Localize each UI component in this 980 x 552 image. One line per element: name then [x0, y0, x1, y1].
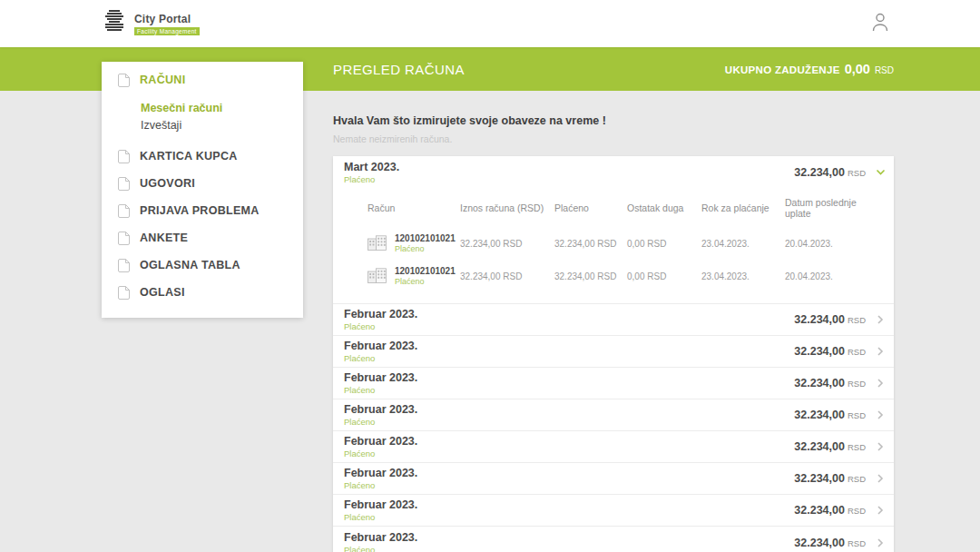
- invoice-status: Plaćeno: [395, 277, 456, 286]
- month-info: Februar 2023. Plaćeno: [344, 467, 417, 490]
- invoice-month-row[interactable]: Februar 2023. Plaćeno 32.234,00 RSD: [333, 368, 894, 399]
- sidebar-subitem-izvestaji[interactable]: Izveštaji: [141, 117, 287, 134]
- total-debt-value: 0,00: [845, 62, 870, 76]
- amount-value: 32.234,00: [794, 537, 845, 549]
- month-info: Februar 2023. Plaćeno: [344, 403, 417, 427]
- month-info: Februar 2023. Plaćeno: [344, 435, 417, 458]
- chevron-right-icon: [877, 474, 885, 483]
- invoice-month-row[interactable]: Februar 2023. Plaćeno 32.234,00 RSD: [333, 463, 894, 495]
- sidebar-item-label: PRIJAVA PROBLEMA: [140, 204, 260, 218]
- col-header-placeno: Plaćeno: [554, 202, 623, 213]
- month-label: Februar 2023.: [344, 531, 417, 544]
- col-header-rok-za-placanje: Rok za plaćanje: [701, 202, 781, 213]
- document-icon: [118, 150, 130, 163]
- month-amount: 32.234,00 RSD: [794, 345, 866, 358]
- col-header-iznos: Iznos računa (RSD): [460, 202, 551, 213]
- invoice-table-body: 120102101021 Plaćeno 32.234,00 RSD 32.23…: [368, 227, 885, 292]
- month-info: Februar 2023. Plaćeno: [344, 498, 417, 522]
- invoice-last-payment: 20.04.2023.: [785, 239, 885, 249]
- user-menu-button[interactable]: [871, 12, 889, 35]
- logo-text: City Portal Facility Management: [134, 13, 200, 35]
- chevron-right-icon: [877, 315, 885, 324]
- col-header-ostatak-duga: Ostatak duga: [627, 202, 698, 213]
- invoice-row[interactable]: 120102101021 Plaćeno 32.234,00 RSD 32.23…: [368, 260, 885, 292]
- amount-currency: RSD: [848, 506, 866, 516]
- amount-value: 32.234,00: [794, 166, 845, 179]
- invoice-number: 120102101021: [395, 233, 456, 243]
- amount-currency: RSD: [848, 315, 866, 325]
- invoice-due-date: 23.04.2023.: [701, 239, 781, 249]
- amount-currency: RSD: [848, 410, 866, 420]
- month-amount: 32.234,00 RSD: [794, 504, 866, 517]
- month-status: Plaćeno: [344, 417, 417, 427]
- sidebar-item-prijava-problema[interactable]: PRIJAVA PROBLEMA: [102, 198, 303, 225]
- month-status: Plaćeno: [344, 480, 417, 490]
- amount-currency: RSD: [848, 474, 866, 484]
- month-label: Februar 2023.: [344, 371, 417, 384]
- sidebar-item-ankete[interactable]: ANKETE: [102, 225, 303, 252]
- total-debt-label: UKUPNO ZADUŽENJE: [725, 64, 840, 75]
- invoice-month-row[interactable]: Februar 2023. Plaćeno 32.234,00 RSD: [333, 431, 894, 463]
- invoice-account-cell: 120102101021 Plaćeno: [368, 233, 456, 253]
- month-status: Plaćeno: [344, 512, 417, 522]
- invoice-last-payment: 20.04.2023.: [785, 271, 885, 281]
- amount-value: 32.234,00: [794, 345, 845, 358]
- chevron-down-icon: [877, 168, 886, 176]
- document-icon: [118, 74, 130, 87]
- sidebar-item-label: OGLASNA TABLA: [140, 259, 240, 272]
- no-unpaid-note: Nemate neizmirenih računa.: [333, 133, 894, 144]
- invoice-account-cell: 120102101021 Plaćeno: [368, 266, 456, 286]
- amount-value: 32.234,00: [794, 504, 845, 517]
- sidebar-item-ugovori[interactable]: UGOVORI: [102, 171, 303, 198]
- logo-mark-icon: [103, 8, 128, 39]
- col-header-datum-poslednje-uplate: Datum poslednje uplate: [785, 197, 885, 219]
- amount-value: 32.234,00: [794, 313, 845, 326]
- amount-value: 32.234,00: [794, 472, 845, 485]
- invoice-month-row[interactable]: Februar 2023. Plaćeno 32.234,00 RSD: [333, 495, 894, 527]
- chevron-right-icon: [877, 506, 885, 515]
- amount-currency: RSD: [848, 442, 866, 452]
- amount-currency: RSD: [848, 379, 866, 389]
- invoice-month-row[interactable]: Februar 2023. Plaćeno 32.234,00 RSD: [333, 336, 894, 368]
- document-icon: [118, 204, 130, 218]
- invoice-account-text: 120102101021 Plaćeno: [395, 266, 456, 286]
- invoice-month-row[interactable]: Februar 2023. Plaćeno 32.234,00 RSD: [333, 527, 894, 552]
- sidebar-item-kartica-kupca[interactable]: KARTICA KUPCA: [102, 143, 303, 171]
- sidebar-item-oglasi[interactable]: OGLASI: [102, 280, 303, 307]
- month-info: Mart 2023. Plaćeno: [344, 161, 399, 184]
- total-debt: UKUPNO ZADUŽENJE 0,00 RSD: [725, 62, 894, 76]
- invoice-month-row[interactable]: Februar 2023. Plaćeno 32.234,00 RSD: [333, 304, 894, 336]
- invoice-table: Račun Iznos računa (RSD) Plaćeno Ostatak…: [333, 188, 894, 303]
- invoice-month-row[interactable]: Februar 2023. Plaćeno 32.234,00 RSD: [333, 399, 894, 431]
- logo[interactable]: City Portal Facility Management: [103, 8, 200, 39]
- month-info: Februar 2023. Plaćeno: [344, 371, 417, 395]
- amount-value: 32.234,00: [794, 377, 845, 389]
- building-icon: [368, 235, 389, 252]
- page-title: PREGLED RAČUNA: [333, 62, 465, 77]
- invoice-amount: 32.234,00 RSD: [460, 239, 551, 249]
- sidebar-item-label: KARTICA KUPCA: [140, 150, 238, 163]
- month-label: Februar 2023.: [344, 467, 417, 479]
- page: City Portal Facility Management PREGLED …: [0, 0, 980, 552]
- invoice-row[interactable]: 120102101021 Plaćeno 32.234,00 RSD 32.23…: [368, 227, 885, 260]
- month-info: Februar 2023. Plaćeno: [344, 308, 417, 331]
- sidebar-item-label: UGOVORI: [140, 177, 195, 191]
- invoice-month-row-expanded[interactable]: Mart 2023. Plaćeno 32.234,00 RSD: [333, 156, 894, 188]
- month-status: Plaćeno: [344, 353, 417, 363]
- sidebar-item-racuni[interactable]: RAČUNI: [102, 62, 303, 94]
- logo-title: City Portal: [134, 13, 200, 25]
- invoice-remaining: 0,00 RSD: [627, 271, 698, 281]
- month-amount: 32.234,00 RSD: [794, 409, 866, 421]
- invoice-due-date: 23.04.2023.: [701, 271, 781, 281]
- main-content: Hvala Vam što izmirujete svoje obaveze n…: [333, 91, 894, 552]
- invoice-remaining: 0,00 RSD: [627, 239, 698, 249]
- sidebar-subitem-mesecni-racuni[interactable]: Mesečni računi: [141, 100, 287, 117]
- chevron-right-icon: [877, 410, 885, 419]
- sidebar-item-oglasna-tabla[interactable]: OGLASNA TABLA: [102, 252, 303, 280]
- document-icon: [118, 259, 130, 272]
- month-label: Februar 2023.: [344, 308, 417, 320]
- amount-value: 32.234,00: [794, 409, 845, 421]
- document-icon: [118, 286, 130, 300]
- invoice-account-text: 120102101021 Plaćeno: [395, 233, 456, 253]
- amount-value: 32.234,00: [794, 440, 845, 453]
